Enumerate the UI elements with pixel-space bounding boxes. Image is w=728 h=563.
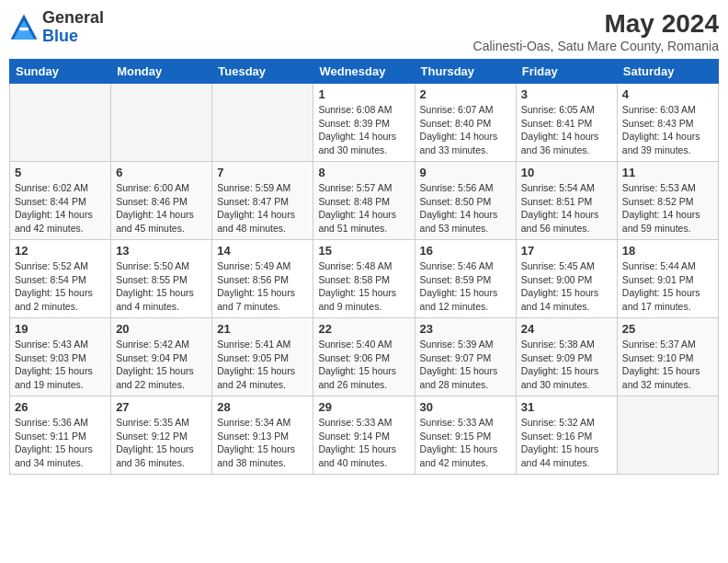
day-info: Sunrise: 5:33 AM Sunset: 9:15 PM Dayligh… (420, 416, 511, 470)
logo: General Blue (9, 9, 104, 46)
calendar-cell: 26Sunrise: 5:36 AM Sunset: 9:11 PM Dayli… (10, 396, 111, 475)
calendar-cell (212, 84, 313, 162)
title-block: May 2024 Calinesti-Oas, Satu Mare County… (473, 9, 719, 53)
day-info: Sunrise: 5:38 AM Sunset: 9:09 PM Dayligh… (521, 338, 612, 392)
calendar-cell: 3Sunrise: 6:05 AM Sunset: 8:41 PM Daylig… (516, 84, 617, 162)
day-info: Sunrise: 6:03 AM Sunset: 8:43 PM Dayligh… (622, 103, 713, 157)
calendar-cell: 13Sunrise: 5:50 AM Sunset: 8:55 PM Dayli… (111, 240, 212, 318)
header-cell-sunday: Sunday (10, 60, 111, 84)
day-info: Sunrise: 5:36 AM Sunset: 9:11 PM Dayligh… (15, 416, 106, 470)
day-number: 28 (217, 400, 308, 414)
day-info: Sunrise: 5:41 AM Sunset: 9:05 PM Dayligh… (217, 338, 308, 392)
calendar-cell (617, 396, 718, 475)
day-number: 25 (622, 322, 713, 336)
day-number: 7 (217, 166, 308, 179)
day-info: Sunrise: 5:33 AM Sunset: 9:14 PM Dayligh… (318, 416, 409, 470)
svg-rect-2 (19, 28, 28, 30)
calendar-cell: 9Sunrise: 5:56 AM Sunset: 8:50 PM Daylig… (415, 162, 516, 240)
calendar-cell: 27Sunrise: 5:35 AM Sunset: 9:12 PM Dayli… (111, 396, 212, 475)
day-info: Sunrise: 5:46 AM Sunset: 8:59 PM Dayligh… (420, 259, 511, 314)
day-info: Sunrise: 5:57 AM Sunset: 8:48 PM Dayligh… (318, 181, 409, 236)
day-info: Sunrise: 5:59 AM Sunset: 8:47 PM Dayligh… (217, 181, 308, 236)
day-info: Sunrise: 5:42 AM Sunset: 9:04 PM Dayligh… (116, 338, 207, 392)
calendar-header: SundayMondayTuesdayWednesdayThursdayFrid… (10, 60, 719, 84)
day-info: Sunrise: 5:53 AM Sunset: 8:52 PM Dayligh… (622, 181, 713, 236)
calendar-cell: 23Sunrise: 5:39 AM Sunset: 9:07 PM Dayli… (415, 318, 516, 396)
day-info: Sunrise: 6:00 AM Sunset: 8:46 PM Dayligh… (116, 181, 207, 236)
day-number: 27 (116, 400, 207, 414)
day-info: Sunrise: 5:54 AM Sunset: 8:51 PM Dayligh… (521, 181, 612, 236)
week-row-4: 26Sunrise: 5:36 AM Sunset: 9:11 PM Dayli… (10, 396, 719, 475)
day-info: Sunrise: 5:37 AM Sunset: 9:10 PM Dayligh… (622, 338, 713, 392)
header-row: SundayMondayTuesdayWednesdayThursdayFrid… (10, 60, 719, 84)
day-info: Sunrise: 5:39 AM Sunset: 9:07 PM Dayligh… (420, 338, 511, 392)
calendar-cell: 30Sunrise: 5:33 AM Sunset: 9:15 PM Dayli… (415, 396, 516, 475)
day-number: 17 (521, 244, 612, 258)
calendar-cell: 19Sunrise: 5:43 AM Sunset: 9:03 PM Dayli… (10, 318, 111, 396)
calendar-cell: 5Sunrise: 6:02 AM Sunset: 8:44 PM Daylig… (10, 162, 111, 240)
calendar-cell: 24Sunrise: 5:38 AM Sunset: 9:09 PM Dayli… (516, 318, 617, 396)
header-cell-friday: Friday (516, 60, 617, 84)
day-number: 6 (116, 166, 207, 179)
logo-general: General (42, 8, 104, 27)
day-number: 4 (622, 87, 713, 101)
calendar-cell: 7Sunrise: 5:59 AM Sunset: 8:47 PM Daylig… (212, 162, 313, 240)
calendar-cell: 11Sunrise: 5:53 AM Sunset: 8:52 PM Dayli… (617, 162, 718, 240)
calendar-cell: 2Sunrise: 6:07 AM Sunset: 8:40 PM Daylig… (415, 84, 516, 162)
day-number: 14 (217, 244, 308, 258)
week-row-1: 5Sunrise: 6:02 AM Sunset: 8:44 PM Daylig… (10, 162, 719, 240)
header-cell-monday: Monday (111, 60, 212, 84)
day-info: Sunrise: 5:32 AM Sunset: 9:16 PM Dayligh… (521, 416, 612, 470)
calendar-cell: 14Sunrise: 5:49 AM Sunset: 8:56 PM Dayli… (212, 240, 313, 318)
day-number: 30 (420, 400, 511, 414)
logo-text: General Blue (42, 9, 104, 46)
month-year: May 2024 (473, 9, 719, 39)
day-number: 20 (116, 322, 207, 336)
day-number: 3 (521, 87, 612, 101)
calendar-cell: 10Sunrise: 5:54 AM Sunset: 8:51 PM Dayli… (516, 162, 617, 240)
calendar-cell: 17Sunrise: 5:45 AM Sunset: 9:00 PM Dayli… (516, 240, 617, 318)
day-number: 5 (15, 166, 106, 179)
calendar-cell: 1Sunrise: 6:08 AM Sunset: 8:39 PM Daylig… (313, 84, 415, 162)
day-info: Sunrise: 5:35 AM Sunset: 9:12 PM Dayligh… (116, 416, 207, 470)
day-number: 16 (420, 244, 511, 258)
day-number: 29 (318, 400, 409, 414)
logo-icon (9, 13, 39, 42)
day-number: 13 (116, 244, 207, 258)
calendar-cell: 12Sunrise: 5:52 AM Sunset: 8:54 PM Dayli… (10, 240, 111, 318)
calendar-cell (10, 84, 111, 162)
calendar-cell: 29Sunrise: 5:33 AM Sunset: 9:14 PM Dayli… (313, 396, 415, 475)
day-number: 8 (318, 166, 409, 179)
day-number: 15 (318, 244, 409, 258)
calendar-cell: 16Sunrise: 5:46 AM Sunset: 8:59 PM Dayli… (415, 240, 516, 318)
day-info: Sunrise: 5:49 AM Sunset: 8:56 PM Dayligh… (217, 259, 308, 314)
calendar-cell: 20Sunrise: 5:42 AM Sunset: 9:04 PM Dayli… (111, 318, 212, 396)
header-cell-thursday: Thursday (415, 60, 516, 84)
location: Calinesti-Oas, Satu Mare County, Romania (473, 39, 719, 53)
day-number: 10 (521, 166, 612, 179)
day-number: 9 (420, 166, 511, 179)
day-number: 21 (217, 322, 308, 336)
calendar-cell: 22Sunrise: 5:40 AM Sunset: 9:06 PM Dayli… (313, 318, 415, 396)
day-number: 31 (521, 400, 612, 414)
calendar-body: 1Sunrise: 6:08 AM Sunset: 8:39 PM Daylig… (10, 84, 719, 475)
day-info: Sunrise: 6:05 AM Sunset: 8:41 PM Dayligh… (521, 103, 612, 157)
day-number: 18 (622, 244, 713, 258)
calendar-cell: 8Sunrise: 5:57 AM Sunset: 8:48 PM Daylig… (313, 162, 415, 240)
calendar-cell: 28Sunrise: 5:34 AM Sunset: 9:13 PM Dayli… (212, 396, 313, 475)
day-info: Sunrise: 6:08 AM Sunset: 8:39 PM Dayligh… (318, 103, 409, 157)
week-row-0: 1Sunrise: 6:08 AM Sunset: 8:39 PM Daylig… (10, 84, 719, 162)
day-number: 23 (420, 322, 511, 336)
day-number: 22 (318, 322, 409, 336)
day-info: Sunrise: 5:45 AM Sunset: 9:00 PM Dayligh… (521, 259, 612, 314)
day-number: 11 (622, 166, 713, 179)
week-row-2: 12Sunrise: 5:52 AM Sunset: 8:54 PM Dayli… (10, 240, 719, 318)
calendar-cell: 15Sunrise: 5:48 AM Sunset: 8:58 PM Dayli… (313, 240, 415, 318)
header-cell-wednesday: Wednesday (313, 60, 415, 84)
day-number: 12 (15, 244, 106, 258)
day-number: 2 (420, 87, 511, 101)
day-info: Sunrise: 5:40 AM Sunset: 9:06 PM Dayligh… (318, 338, 409, 392)
week-row-3: 19Sunrise: 5:43 AM Sunset: 9:03 PM Dayli… (10, 318, 719, 396)
day-info: Sunrise: 5:50 AM Sunset: 8:55 PM Dayligh… (116, 259, 207, 314)
day-info: Sunrise: 6:02 AM Sunset: 8:44 PM Dayligh… (15, 181, 106, 236)
